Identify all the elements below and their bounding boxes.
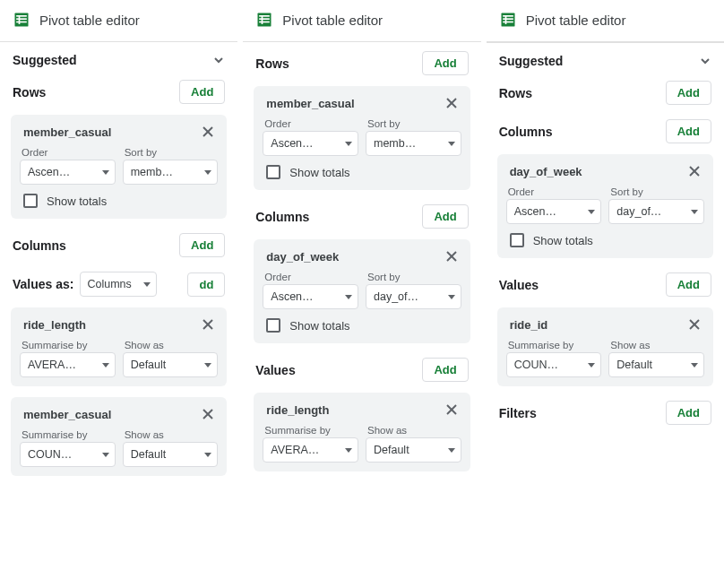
add-columns-button[interactable]: Add bbox=[422, 204, 468, 229]
rows-section-header: Rows Add bbox=[487, 72, 724, 110]
pivot-editor-panel-1: Pivot table editor Suggested Rows Add me… bbox=[0, 0, 237, 588]
svg-rect-24 bbox=[503, 18, 513, 20]
show-totals-label: Show totals bbox=[47, 195, 107, 208]
show-totals-checkbox[interactable] bbox=[510, 233, 524, 247]
order-label: Order bbox=[263, 118, 358, 129]
summarise-dropdown[interactable]: AVERA… bbox=[20, 352, 116, 377]
sortby-dropdown[interactable]: day_of… bbox=[366, 284, 461, 309]
close-icon[interactable] bbox=[444, 95, 460, 111]
order-label: Order bbox=[506, 186, 602, 197]
add-values-button[interactable]: Add bbox=[666, 272, 711, 297]
order-label: Order bbox=[263, 272, 358, 282]
svg-rect-14 bbox=[259, 22, 270, 23]
sort-by-label: Sort by bbox=[123, 147, 219, 158]
svg-rect-13 bbox=[259, 18, 270, 20]
caret-down-icon bbox=[691, 363, 698, 368]
summarise-dropdown[interactable]: AVERA… bbox=[263, 437, 358, 463]
order-dropdown[interactable]: Ascen… bbox=[506, 199, 602, 224]
order-label: Order bbox=[20, 147, 116, 158]
filters-label: Filters bbox=[499, 406, 537, 420]
add-values-button[interactable]: Add bbox=[422, 358, 468, 382]
close-icon[interactable] bbox=[200, 124, 216, 140]
value-chip-member-casual: member_casual Summarise by COUN… Show as… bbox=[11, 397, 227, 476]
chip-title: ride_length bbox=[23, 318, 86, 332]
sort-by-label: Sort by bbox=[608, 186, 704, 197]
panel-header: Pivot table editor bbox=[0, 0, 237, 42]
pivot-editor-panel-3: Pivot table editor Suggested Rows Add Co… bbox=[487, 0, 724, 588]
caret-down-icon bbox=[345, 448, 352, 453]
show-totals-label: Show totals bbox=[533, 234, 593, 247]
caret-down-icon bbox=[102, 363, 109, 368]
add-columns-button[interactable]: Add bbox=[666, 119, 711, 143]
values-as-label: Values as: bbox=[13, 277, 74, 291]
summarise-dropdown[interactable]: COUN… bbox=[20, 442, 116, 467]
summarise-label: Summarise by bbox=[20, 340, 116, 350]
show-totals-checkbox[interactable] bbox=[23, 194, 38, 208]
close-icon[interactable] bbox=[444, 248, 460, 264]
close-icon[interactable] bbox=[444, 402, 460, 418]
showas-dropdown[interactable]: Default bbox=[608, 352, 704, 377]
values-label: Values bbox=[255, 363, 295, 377]
value-chip-ride-id: ride_id Summarise by COUN… Show as Defau… bbox=[497, 307, 713, 386]
showas-label: Show as bbox=[366, 425, 461, 436]
svg-rect-23 bbox=[503, 15, 513, 17]
caret-down-icon bbox=[588, 363, 595, 368]
rows-label: Rows bbox=[499, 86, 532, 100]
show-totals-checkbox[interactable] bbox=[266, 165, 280, 179]
add-values-button-partial[interactable]: dd bbox=[187, 272, 225, 297]
values-as-dropdown[interactable]: Columns bbox=[80, 272, 157, 297]
suggested-toggle[interactable]: Suggested bbox=[0, 42, 237, 71]
showas-dropdown[interactable]: Default bbox=[123, 442, 219, 467]
svg-rect-15 bbox=[262, 15, 263, 24]
svg-rect-3 bbox=[16, 22, 27, 23]
sortby-dropdown[interactable]: day_of… bbox=[608, 199, 704, 224]
add-rows-button[interactable]: Add bbox=[422, 51, 468, 75]
chip-title: member_casual bbox=[266, 97, 354, 110]
columns-label: Columns bbox=[499, 125, 553, 139]
showas-label: Show as bbox=[123, 429, 219, 440]
values-label: Values bbox=[499, 278, 539, 292]
svg-rect-12 bbox=[259, 15, 270, 17]
caret-down-icon bbox=[204, 170, 211, 175]
order-dropdown[interactable]: Ascen… bbox=[263, 131, 358, 156]
chip-title: ride_length bbox=[266, 403, 329, 417]
suggested-toggle[interactable]: Suggested bbox=[487, 43, 724, 72]
panel-header: Pivot table editor bbox=[487, 0, 724, 42]
chip-title: ride_id bbox=[510, 318, 548, 332]
caret-down-icon bbox=[143, 282, 151, 287]
close-icon[interactable] bbox=[686, 316, 702, 333]
add-rows-button[interactable]: Add bbox=[179, 80, 225, 104]
caret-down-icon bbox=[345, 295, 352, 299]
summarise-label: Summarise by bbox=[20, 429, 116, 440]
showas-dropdown[interactable]: Default bbox=[123, 352, 219, 377]
order-dropdown[interactable]: Ascen… bbox=[20, 160, 116, 185]
add-filters-button[interactable]: Add bbox=[666, 401, 711, 425]
add-rows-button[interactable]: Add bbox=[666, 81, 711, 105]
caret-down-icon bbox=[691, 210, 698, 214]
sheet-icon bbox=[13, 11, 30, 29]
close-icon[interactable] bbox=[200, 406, 216, 422]
row-chip-member-casual: member_casual Order Ascen… Sort by memb…… bbox=[11, 115, 227, 219]
close-icon[interactable] bbox=[686, 163, 702, 179]
values-as-row: dd Values as: Columns bbox=[0, 263, 237, 302]
close-icon[interactable] bbox=[200, 316, 216, 333]
column-chip-day-of-week: day_of_week Order Ascen… Sort by day_of…… bbox=[497, 154, 713, 258]
order-dropdown[interactable]: Ascen… bbox=[263, 284, 358, 309]
caret-down-icon bbox=[102, 170, 109, 175]
add-columns-button[interactable]: Add bbox=[179, 233, 225, 257]
sortby-dropdown[interactable]: memb… bbox=[366, 131, 461, 156]
column-chip-day-of-week: day_of_week Order Ascen… Sort by day_of…… bbox=[254, 239, 470, 343]
columns-section-header: Columns Add bbox=[243, 195, 480, 234]
show-totals-checkbox[interactable] bbox=[266, 318, 280, 333]
svg-rect-2 bbox=[16, 18, 27, 20]
showas-dropdown[interactable]: Default bbox=[366, 437, 461, 463]
columns-label: Columns bbox=[255, 210, 309, 224]
svg-rect-26 bbox=[504, 15, 506, 24]
panel-header: Pivot table editor bbox=[243, 0, 480, 42]
sortby-dropdown[interactable]: memb… bbox=[123, 160, 219, 185]
summarise-dropdown[interactable]: COUN… bbox=[506, 352, 602, 377]
chip-title: member_casual bbox=[23, 125, 111, 139]
filters-section-header: Filters Add bbox=[487, 392, 724, 430]
value-chip-ride-length: ride_length Summarise by AVERA… Show as … bbox=[11, 307, 227, 386]
summarise-label: Summarise by bbox=[263, 425, 358, 436]
